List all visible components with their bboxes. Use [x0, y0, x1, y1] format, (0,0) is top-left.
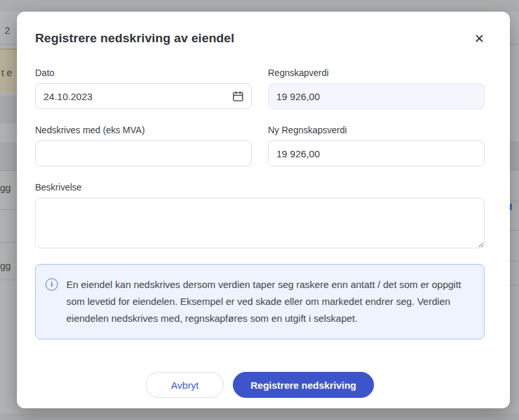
- info-icon: i: [46, 278, 58, 291]
- backdrop-blue-fragment: [510, 203, 512, 210]
- backdrop-right-strip: [510, 0, 519, 420]
- new-book-value-field-group: Ny Regnskapsverdi: [268, 125, 485, 166]
- date-input[interactable]: [35, 83, 252, 109]
- writedown-amount-input[interactable]: [35, 140, 252, 166]
- description-field-group: Beskrivelse: [35, 182, 485, 248]
- description-label: Beskrivelse: [35, 182, 485, 192]
- backdrop-divider: [510, 230, 519, 231]
- date-input-wrap: [35, 83, 252, 109]
- backdrop-divider: [510, 201, 519, 202]
- writedown-amount-field-group: Nedskrives med (eks MVA): [35, 125, 252, 166]
- register-writedown-dialog: Registrere nedskriving av eiendel ✕ Dato: [17, 12, 510, 408]
- backdrop-bottom-strip: [0, 413, 519, 420]
- dialog-actions: Avbryt Registrere nedskriving: [35, 372, 485, 398]
- date-field-group: Dato: [35, 68, 252, 109]
- backdrop-left-strip: 2 t e gg gg: [0, 0, 17, 420]
- register-writedown-button[interactable]: Registrere nedskriving: [233, 372, 374, 398]
- info-banner: i En eiendel kan nedskrives dersom verdi…: [35, 264, 485, 339]
- backdrop-divider: [510, 142, 519, 142]
- backdrop-text-fragment: t e: [1, 67, 12, 78]
- backdrop-row: [510, 142, 519, 170]
- backdrop-text-fragment: 2: [5, 25, 10, 36]
- new-book-value-label: Ny Regnskapsverdi: [268, 125, 485, 135]
- backdrop-divider: [0, 209, 17, 210]
- new-book-value-input[interactable]: [268, 140, 485, 166]
- backdrop-row: [0, 96, 17, 124]
- backdrop-divider: [510, 261, 519, 261]
- date-label: Dato: [35, 68, 252, 78]
- close-icon[interactable]: ✕: [474, 33, 485, 45]
- backdrop-topbar: [0, 0, 519, 11]
- dialog-title: Registrere nedskriving av eiendel: [35, 31, 234, 46]
- backdrop-divider: [0, 44, 17, 45]
- backdrop-divider: [510, 285, 519, 285]
- description-textarea[interactable]: [35, 198, 485, 248]
- book-value-label: Regnskapverdi: [268, 68, 485, 78]
- writedown-amount-label: Nedskrives med (eks MVA): [35, 125, 252, 135]
- backdrop-divider: [0, 242, 17, 243]
- backdrop-divider: [0, 280, 17, 280]
- info-banner-text: En eiendel kan nedskrives dersom verdien…: [66, 276, 474, 327]
- screen: 2 t e gg gg Registrere nedskriving av ei…: [0, 0, 519, 420]
- book-value-input: [268, 83, 485, 109]
- cancel-button[interactable]: Avbryt: [146, 372, 224, 398]
- backdrop-row: [0, 142, 17, 170]
- calendar-icon[interactable]: [232, 90, 245, 103]
- backdrop-divider: [510, 44, 519, 45]
- backdrop-divider: [510, 170, 519, 170]
- dialog-header: Registrere nedskriving av eiendel ✕: [35, 31, 485, 46]
- backdrop-text-fragment: gg: [0, 182, 11, 193]
- backdrop-text-fragment: gg: [0, 260, 11, 271]
- backdrop-divider: [0, 170, 17, 171]
- book-value-field-group: Regnskapverdi: [268, 68, 485, 109]
- writedown-form: Dato Regnskapverdi Nedskrives med (eks M…: [35, 68, 485, 248]
